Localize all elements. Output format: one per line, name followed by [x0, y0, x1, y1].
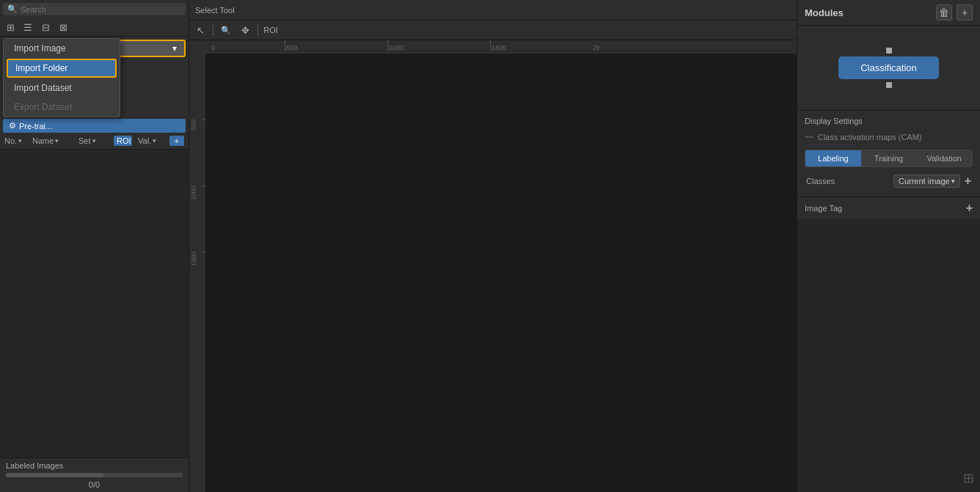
add-module-button[interactable]: +	[957, 4, 973, 21]
classes-controls: Current image ▾ +	[893, 175, 971, 188]
sort-no-icon: ▾	[18, 137, 22, 144]
canvas-with-ruler: 500 1000 1500 0 |500 |1000 |1500 2k	[189, 40, 797, 492]
canvas-area: Select Tool ↖ 🔍 ✥ ROI 500 1000 1500	[189, 0, 797, 492]
cursor-tool[interactable]: ↖	[192, 22, 208, 38]
labeled-images-label: Labeled Images	[6, 461, 63, 470]
h-ruler-2k: 2k	[593, 44, 600, 51]
pretrain-icon: ⚙	[9, 121, 16, 131]
horizontal-ruler: 0 |500 |1000 |1500 2k	[205, 40, 797, 54]
h-ruler-1500: |1500	[490, 44, 506, 51]
left-panel: 🔍 ⊞ ☰ ⊟ ⊠ Import/Export ▾ Import Image I…	[0, 0, 189, 492]
toolbar-row: Select Tool	[189, 0, 797, 21]
h-ruler-1000: |1000	[387, 44, 403, 51]
list-view-icon[interactable]: ☰	[21, 20, 35, 34]
h-ruler-500: |500	[285, 44, 297, 51]
col-val: Val. ▾	[138, 136, 164, 145]
display-tabs: Labeling Training Validation	[805, 150, 973, 167]
col-roi: ROI	[114, 136, 132, 146]
h-ruler-0: 0	[211, 44, 215, 51]
v-ruler-body: 500 1000 1500	[189, 54, 205, 492]
import-export-dropdown: Import Image Import Folder Import Datase…	[3, 38, 120, 117]
search-bar[interactable]: 🔍	[3, 3, 186, 15]
export-dataset-item: Export Dataset	[4, 98, 120, 117]
classes-label: Classes	[806, 177, 835, 186]
search-icon: 🔍	[7, 4, 18, 14]
grid-view-icon[interactable]: ⊞	[3, 20, 18, 34]
modules-title: Modules	[805, 7, 844, 18]
classification-node[interactable]: Classification	[838, 56, 939, 79]
add-class-button[interactable]: +	[965, 175, 971, 188]
search-input[interactable]	[21, 5, 181, 14]
filter-icon[interactable]: ⊟	[38, 20, 53, 34]
import-export-arrow: ▾	[172, 43, 177, 54]
pretrain-label: Pre-trai...	[19, 122, 52, 131]
v-ruler-500: 500	[190, 120, 197, 131]
tab-labeling[interactable]: Labeling	[805, 150, 861, 166]
roi-tool[interactable]: ROI	[263, 22, 279, 38]
right-bottom-area: ⊞	[797, 219, 980, 492]
cam-label: Class activation maps (CAM)	[818, 133, 922, 142]
sort-icon[interactable]: ⊠	[56, 20, 70, 34]
canvas-viewport[interactable]	[205, 54, 797, 492]
v-tick-1500	[202, 251, 205, 252]
add-image-tag-button[interactable]: +	[966, 202, 973, 215]
node-connector-bottom	[886, 82, 892, 88]
vertical-ruler: 500 1000 1500	[189, 40, 205, 492]
progress-bar-fill	[6, 473, 103, 477]
col-set: Set ▾	[78, 136, 108, 145]
col-name: Name ▾	[32, 136, 73, 145]
cam-row: ~~ Class activation maps (CAM)	[805, 130, 973, 145]
grid-layout-icon[interactable]: ⊞	[963, 470, 974, 486]
tool-divider-1	[213, 24, 213, 36]
h-tick-1000	[387, 40, 388, 45]
pretrain-bar[interactable]: ⚙ Pre-trai...	[3, 119, 186, 133]
ruler-corner	[189, 40, 205, 54]
h-tick-1500	[490, 40, 491, 45]
image-count: 0/0	[6, 480, 183, 489]
import-dataset-item[interactable]: Import Dataset	[4, 78, 120, 98]
import-image-item[interactable]: Import Image	[4, 39, 120, 58]
sort-val-icon: ▾	[153, 137, 156, 144]
display-settings: Display Settings ~~ Class activation map…	[797, 110, 980, 197]
tool-divider-2	[257, 24, 258, 36]
cam-icon: ~~	[805, 133, 813, 142]
current-image-arrow: ▾	[951, 177, 955, 185]
canvas-tools: ↖ 🔍 ✥ ROI	[189, 21, 797, 40]
canvas-main-col: 0 |500 |1000 |1500 2k	[205, 40, 797, 492]
modules-actions: 🗑 +	[936, 4, 973, 21]
import-folder-item[interactable]: Import Folder	[7, 59, 117, 78]
node-connector-top	[886, 48, 892, 54]
current-image-label: Current image	[899, 177, 950, 186]
tab-training[interactable]: Training	[861, 150, 917, 166]
current-image-dropdown[interactable]: Current image ▾	[893, 175, 960, 188]
select-tool-label: Select Tool	[195, 6, 235, 15]
image-list	[0, 150, 189, 458]
tab-validation[interactable]: Validation	[916, 150, 972, 166]
v-tick-500	[202, 120, 205, 120]
move-tool[interactable]: ✥	[237, 22, 253, 38]
image-tag-section: Image Tag +	[797, 197, 980, 219]
display-settings-title: Display Settings	[805, 117, 973, 125]
sort-name-icon: ▾	[55, 137, 59, 144]
classification-node-container: Classification	[797, 26, 980, 110]
modules-header: Modules 🗑 +	[797, 0, 980, 26]
left-toolbar: ⊞ ☰ ⊟ ⊠	[0, 18, 189, 37]
table-header: No. ▾ Name ▾ Set ▾ ROI Val. ▾ +	[0, 133, 189, 150]
delete-module-button[interactable]: 🗑	[936, 4, 952, 21]
col-no: No. ▾	[4, 136, 26, 145]
v-ruler-1000: 1000	[190, 186, 197, 200]
sort-set-icon: ▾	[92, 137, 96, 144]
classes-row: Classes Current image ▾ +	[805, 172, 973, 191]
right-panel: Modules 🗑 + Classification Display Setti…	[797, 0, 980, 492]
image-tag-label: Image Tag	[805, 204, 842, 213]
zoom-tool[interactable]: 🔍	[218, 22, 234, 38]
h-tick-500	[285, 40, 285, 45]
v-tick-1000	[202, 186, 205, 186]
v-ruler-1500: 1500	[190, 251, 197, 266]
col-add[interactable]: +	[169, 136, 184, 146]
